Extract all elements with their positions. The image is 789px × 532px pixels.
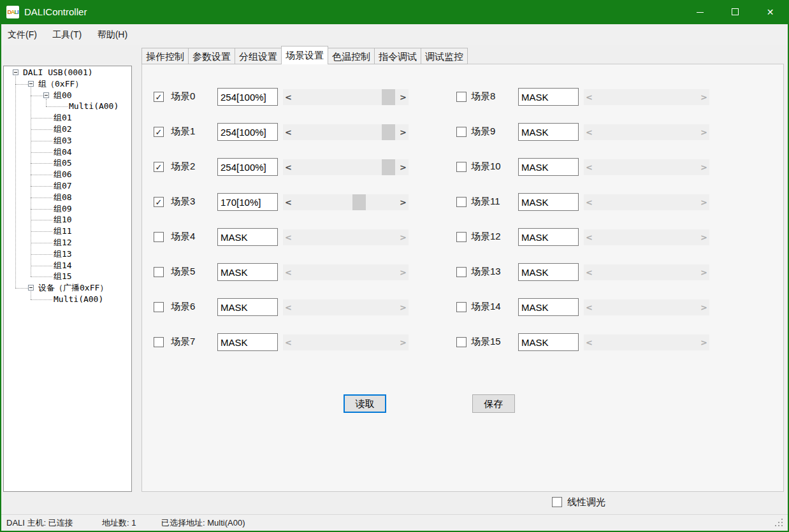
tab-6[interactable]: 指令调试 [374,48,421,64]
tab-5[interactable]: 色温控制 [328,48,375,64]
resize-grip-icon[interactable] [781,525,783,526]
menu-tools[interactable]: 工具(T) [47,24,87,45]
tree-item[interactable]: Multi(A00) [4,294,131,305]
slider-left-arrow-icon[interactable]: < [584,299,595,315]
tree-item[interactable]: 组06 [4,169,131,180]
slider-right-arrow-icon[interactable]: > [699,194,709,210]
tree-item-label[interactable]: 组03 [54,135,72,147]
tree-collapse-icon[interactable] [28,81,34,87]
tree-item-label[interactable]: Multi(A00) [69,101,119,112]
tree-item-label[interactable]: 组11 [54,226,72,237]
slider-right-arrow-icon[interactable]: > [699,159,709,175]
tree-item-label[interactable]: 组00 [54,90,72,101]
tree-item[interactable]: 组11 [4,226,131,237]
scene-value-input[interactable] [518,228,579,246]
tree-item-label[interactable]: 设备（广播0xFF） [38,282,108,294]
tree-item-label[interactable]: 组07 [54,180,72,192]
tree-item[interactable]: 设备（广播0xFF） [4,282,131,294]
tree-item-label[interactable]: 组12 [54,237,72,248]
scene-value-input[interactable] [518,263,579,281]
linear-dimming-checkbox[interactable] [552,497,562,507]
slider-left-arrow-icon[interactable]: < [584,229,595,245]
scene-value-input[interactable] [518,193,579,211]
slider-right-arrow-icon[interactable]: > [699,299,709,315]
tree-item[interactable]: Multi(A00) [4,101,131,112]
scene-checkbox[interactable] [456,162,467,172]
tab-7[interactable]: 调试监控 [421,48,468,64]
tree-item-label[interactable]: 组14 [54,260,72,271]
device-tree[interactable]: DALI USB(0001)组（0xFF）组00Multi(A00)组01组02… [3,66,132,492]
scene-checkbox[interactable] [456,197,467,207]
tree-item-label[interactable]: 组08 [54,192,72,203]
tree-item[interactable]: 组04 [4,147,131,158]
slider-right-arrow-icon[interactable]: > [699,229,709,245]
tree-item-label[interactable]: 组06 [54,169,72,180]
tree-collapse-icon[interactable] [43,92,49,98]
tree-item[interactable]: 组00 [4,90,131,101]
tab-1[interactable]: 操作控制 [141,48,189,64]
scene-checkbox[interactable] [456,92,467,102]
maximize-button[interactable] [718,0,753,24]
slider-left-arrow-icon[interactable]: < [584,334,595,350]
tree-item[interactable]: 组08 [4,192,131,203]
tree-item[interactable]: 组02 [4,124,131,135]
tab-4[interactable]: 场景设置 [281,46,328,64]
tab-3[interactable]: 分组设置 [235,48,282,64]
scene-value-input[interactable] [518,158,579,176]
scene-value-input[interactable] [518,123,579,141]
scene-level-slider[interactable]: <> [584,194,709,210]
tree-item[interactable]: 组01 [4,112,131,124]
tree-item-label[interactable]: 组05 [54,157,72,169]
tree-item[interactable]: 组13 [4,248,131,260]
scene-level-slider[interactable]: <> [584,89,709,105]
scene-value-input[interactable] [518,333,579,351]
scene-level-slider[interactable]: <> [584,124,709,140]
slider-left-arrow-icon[interactable]: < [584,159,595,175]
tree-item-label[interactable]: 组02 [54,124,72,135]
tree-item-label[interactable]: 组04 [54,147,72,158]
scene-checkbox[interactable] [456,337,467,347]
tree-item[interactable]: 组15 [4,271,131,282]
scene-level-slider[interactable]: <> [584,299,709,315]
tree-item[interactable]: 组（0xFF） [4,78,131,90]
menu-help[interactable]: 帮助(H) [92,24,133,45]
scene-level-slider[interactable]: <> [584,159,709,175]
scene-checkbox[interactable] [456,232,467,242]
read-button[interactable]: 读取 [344,394,386,413]
save-button[interactable]: 保存 [472,394,515,413]
scene-level-slider[interactable]: <> [584,334,709,350]
tree-item[interactable]: 组05 [4,157,131,169]
slider-left-arrow-icon[interactable]: < [584,89,595,105]
tree-item-label[interactable]: 组（0xFF） [38,78,83,90]
tree-item-label[interactable]: 组09 [54,203,72,215]
slider-right-arrow-icon[interactable]: > [699,124,709,140]
scene-level-slider[interactable]: <> [584,229,709,245]
tree-item-label[interactable]: 组13 [54,248,72,260]
scene-level-slider[interactable]: <> [584,264,709,280]
close-button[interactable]: ✕ [753,0,788,24]
tree-item[interactable]: 组07 [4,180,131,192]
slider-left-arrow-icon[interactable]: < [584,124,595,140]
slider-right-arrow-icon[interactable]: > [699,334,709,350]
slider-left-arrow-icon[interactable]: < [584,264,595,280]
menu-file[interactable]: 文件(F) [2,24,43,45]
minimize-button[interactable] [683,0,718,24]
tree-item[interactable]: DALI USB(0001) [4,67,131,78]
tree-item[interactable]: 组12 [4,237,131,248]
slider-right-arrow-icon[interactable]: > [699,264,709,280]
slider-right-arrow-icon[interactable]: > [699,89,709,105]
tree-item[interactable]: 组09 [4,203,131,215]
tree-item-label[interactable]: 组10 [54,214,72,226]
scene-value-input[interactable] [518,298,579,316]
tree-item-label[interactable]: Multi(A00) [54,294,103,305]
tree-collapse-icon[interactable] [28,285,34,291]
tree-item[interactable]: 组14 [4,260,131,271]
tree-item-label[interactable]: DALI USB(0001) [23,67,93,78]
tree-item-label[interactable]: 组15 [54,271,72,282]
scene-checkbox[interactable] [456,267,467,277]
slider-left-arrow-icon[interactable]: < [584,194,595,210]
tree-item-label[interactable]: 组01 [54,112,72,124]
tree-item[interactable]: 组10 [4,214,131,226]
tree-item[interactable]: 组03 [4,135,131,147]
scene-checkbox[interactable] [456,127,467,137]
